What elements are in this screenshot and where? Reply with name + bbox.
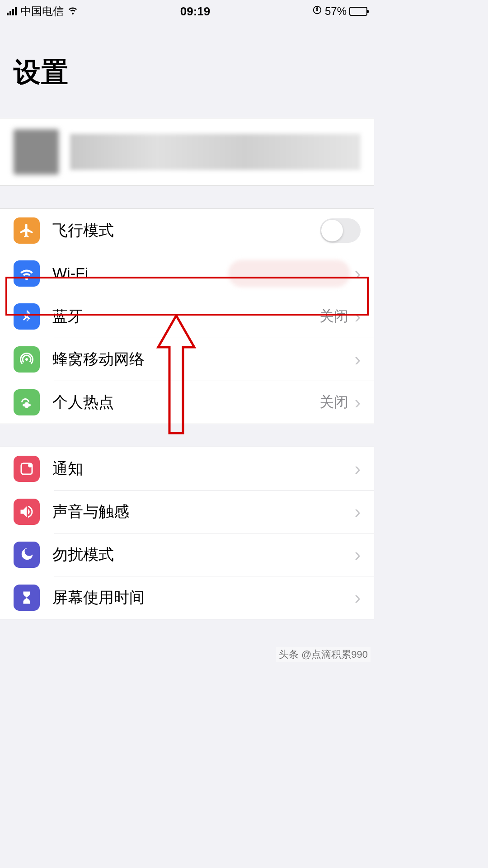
hotspot-icon [14, 389, 40, 415]
row-label: 通知 [52, 458, 355, 479]
chevron-right-icon: › [355, 307, 361, 326]
battery-icon [349, 7, 367, 16]
row-sounds[interactable]: 声音与触感 › [0, 490, 374, 533]
row-screentime[interactable]: 屏幕使用时间 › [0, 576, 374, 619]
row-label: 个人热点 [52, 392, 319, 413]
status-time: 09:19 [180, 5, 211, 19]
svg-rect-1 [316, 9, 318, 11]
avatar [14, 129, 59, 175]
status-bar: 中国电信 09:19 57% [0, 0, 374, 23]
moon-icon [14, 542, 40, 568]
row-label: Wi-Fi [52, 264, 228, 282]
airplane-toggle[interactable] [320, 218, 361, 243]
status-left: 中国电信 [7, 4, 78, 19]
chevron-right-icon: › [355, 393, 361, 411]
row-airplane[interactable]: 飞行模式 [0, 209, 374, 252]
row-label: 蓝牙 [52, 306, 319, 327]
page-header: 设置 [0, 23, 374, 100]
settings-group-system: 通知 › 声音与触感 › 勿扰模式 › 屏幕使用时间 › [0, 447, 374, 619]
row-cellular[interactable]: 蜂窝移动网络 › [0, 338, 374, 381]
profile-row[interactable] [0, 118, 374, 186]
chevron-right-icon: › [355, 546, 361, 564]
row-value: 关闭 [319, 392, 348, 412]
row-value: 关闭 [319, 307, 348, 326]
svg-point-3 [28, 463, 32, 467]
row-label: 声音与触感 [52, 501, 355, 522]
row-label: 飞行模式 [52, 220, 320, 241]
row-label: 勿扰模式 [52, 544, 355, 565]
chevron-right-icon: › [355, 460, 361, 478]
settings-group-connectivity: 飞行模式 Wi-Fi › 蓝牙 关闭 › 蜂窝移动网络 › 个人热点 关闭 › [0, 208, 374, 424]
chevron-right-icon: › [355, 503, 361, 521]
carrier-label: 中国电信 [20, 4, 64, 19]
row-wifi[interactable]: Wi-Fi › [0, 252, 374, 295]
rotation-lock-icon [312, 5, 322, 18]
row-hotspot[interactable]: 个人热点 关闭 › [0, 381, 374, 424]
bluetooth-icon [14, 303, 40, 330]
chevron-right-icon: › [355, 264, 361, 283]
chevron-right-icon: › [355, 589, 361, 607]
battery-pct: 57% [325, 5, 347, 18]
wifi-icon [14, 260, 40, 287]
row-label: 屏幕使用时间 [52, 587, 355, 608]
page-title: 设置 [14, 54, 361, 91]
row-bluetooth[interactable]: 蓝牙 关闭 › [0, 295, 374, 338]
wifi-status-icon [67, 5, 78, 18]
airplane-icon [14, 217, 40, 244]
wifi-value-redacted [228, 260, 350, 287]
notifications-icon [14, 456, 40, 482]
status-right: 57% [312, 5, 367, 18]
cellular-icon [14, 346, 40, 373]
row-label: 蜂窝移动网络 [52, 349, 355, 370]
row-notifications[interactable]: 通知 › [0, 447, 374, 490]
sounds-icon [14, 499, 40, 525]
chevron-right-icon: › [355, 350, 361, 368]
profile-redacted-text [70, 134, 361, 170]
row-dnd[interactable]: 勿扰模式 › [0, 533, 374, 576]
watermark-text: 头条 @点滴积累990 [276, 647, 371, 662]
signal-icon [7, 7, 17, 15]
hourglass-icon [14, 585, 40, 611]
